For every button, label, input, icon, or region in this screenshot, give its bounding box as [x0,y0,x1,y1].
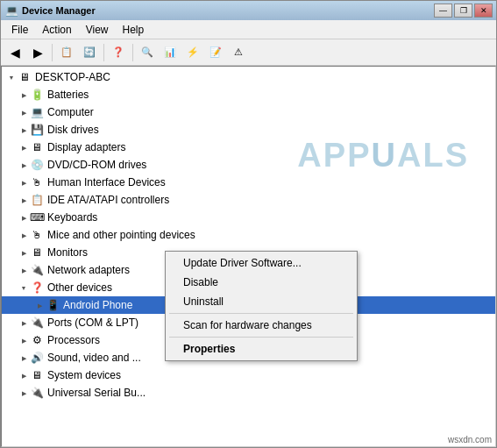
close-button[interactable]: ✕ [474,4,493,18]
menu-action[interactable]: Action [35,20,78,39]
keyboards-label: Keyboards [47,211,97,224]
scan-button[interactable]: 🔍 [137,42,158,63]
toolbar-separator-2 [103,44,104,61]
update-driver-button[interactable]: 🔄 [79,42,100,63]
toolbar-btn-extra1[interactable]: 📝 [205,42,226,63]
device-manager-window: 💻 Device Manager — ❐ ✕ File Action View … [0,0,497,448]
tree-root[interactable]: 🖥 DESKTOP-ABC [2,68,495,86]
root-label: DESKTOP-ABC [35,71,110,83]
root-expand-icon [5,71,18,83]
toolbar-separator-1 [52,44,53,61]
monitors-expand [18,246,30,259]
ide-expand [18,194,30,206]
batteries-label: Batteries [47,89,89,101]
display-expand [18,141,30,153]
tree-item-hid[interactable]: 🖱 Human Interface Devices [2,174,495,191]
sound-label: Sound, video and ... [47,352,141,364]
network-expand [18,264,30,276]
main-content: APPUALS 🖥 DESKTOP-ABC 🔋 Batteries 💻 Comp… [1,66,496,447]
display-icon: 🖥 [30,140,44,154]
mice-label: Mice and other pointing devices [47,229,195,241]
computer-expand [18,106,30,118]
sound-icon: 🔊 [30,351,44,365]
tree-item-mice[interactable]: 🖱 Mice and other pointing devices [2,226,495,244]
android-expand [33,299,46,311]
ctx-disable[interactable]: Disable [166,273,357,292]
menu-file[interactable]: File [4,20,35,39]
root-computer-icon: 🖥 [18,70,32,84]
mice-icon: 🖱 [30,228,44,242]
minimize-button[interactable]: — [434,4,452,18]
menu-help[interactable]: Help [116,20,152,39]
title-bar: 💻 Device Manager — ❐ ✕ [1,1,496,20]
monitors-label: Monitors [47,246,88,259]
android-label: Android Phone [63,299,132,311]
ports-label: Ports (COM & LPT) [47,316,138,329]
hid-icon: 🖱 [30,175,44,189]
device-tree[interactable]: APPUALS 🖥 DESKTOP-ABC 🔋 Batteries 💻 Comp… [1,66,496,447]
toolbar-btn-extra2[interactable]: ⚠ [228,42,249,63]
batteries-expand [18,89,30,101]
context-menu: Update Driver Software... Disable Uninst… [165,251,358,361]
ctx-properties[interactable]: Properties [166,339,357,359]
computer-icon: 💻 [30,105,44,119]
help-button[interactable]: ❓ [108,42,129,63]
ctx-separator-2 [169,337,353,338]
system-label: System devices [47,369,121,381]
ports-expand [18,316,30,329]
tree-item-computer[interactable]: 💻 Computer [2,103,495,121]
ide-label: IDE ATA/ATAPI controllers [47,194,169,206]
window-title: Device Manager [22,5,434,16]
disk-icon: 💾 [30,123,44,137]
network-label: Network adapters [47,264,130,276]
resources-button[interactable]: ⚡ [182,42,203,63]
tree-item-system[interactable]: 🖥 System devices [2,366,495,384]
forward-button[interactable]: ▶ [27,42,48,63]
disk-label: Disk drives [47,124,99,136]
other-devices-icon: ❓ [30,281,44,295]
properties-button[interactable]: 📋 [56,42,77,63]
disk-expand [18,124,30,136]
keyboards-expand [18,211,30,224]
tree-item-batteries[interactable]: 🔋 Batteries [2,86,495,103]
menu-bar: File Action View Help [1,20,496,39]
window-icon: 💻 [4,4,18,18]
tree-item-disk-drives[interactable]: 💾 Disk drives [2,121,495,139]
processors-icon: ⚙ [30,333,44,347]
other-devices-label: Other devices [47,281,112,294]
ide-icon: 📋 [30,193,44,207]
display-label: Display adapters [47,141,125,153]
restore-button[interactable]: ❐ [454,4,472,18]
ctx-update-driver[interactable]: Update Driver Software... [166,253,357,273]
ctx-scan[interactable]: Scan for hardware changes [166,316,357,335]
dvd-label: DVD/CD-ROM drives [47,159,146,171]
network-icon: 🔌 [30,263,44,277]
ctx-uninstall[interactable]: Uninstall [166,292,357,311]
monitors-icon: 🖥 [30,245,44,260]
computer-label: Computer [47,106,94,118]
system-icon: 🖥 [30,368,44,382]
ctx-separator-1 [169,313,353,314]
window-controls: — ❐ ✕ [434,4,493,18]
back-button[interactable]: ◀ [4,42,25,63]
system-expand [18,369,30,381]
tree-item-keyboards[interactable]: ⌨ Keyboards [2,209,495,226]
mice-expand [18,229,30,241]
tree-item-dvd[interactable]: 💿 DVD/CD-ROM drives [2,156,495,174]
menu-view[interactable]: View [79,20,116,39]
usb-label: Universal Serial Bu... [47,387,146,399]
dvd-icon: 💿 [30,158,44,172]
dvd-expand [18,159,30,171]
android-icon: 📱 [46,298,60,312]
sound-expand [18,352,30,364]
processors-label: Processors [47,334,100,346]
tree-item-ide[interactable]: 📋 IDE ATA/ATAPI controllers [2,191,495,209]
tree-item-display-adapters[interactable]: 🖥 Display adapters [2,139,495,156]
device-manager-view-button[interactable]: 📊 [160,42,181,63]
hid-expand [18,176,30,188]
processors-expand [18,334,30,346]
wsxdn-label: wsxdn.com [448,435,492,444]
usb-expand [18,387,30,399]
tree-item-usb[interactable]: 🔌 Universal Serial Bu... [2,384,495,402]
other-expand [18,281,30,294]
